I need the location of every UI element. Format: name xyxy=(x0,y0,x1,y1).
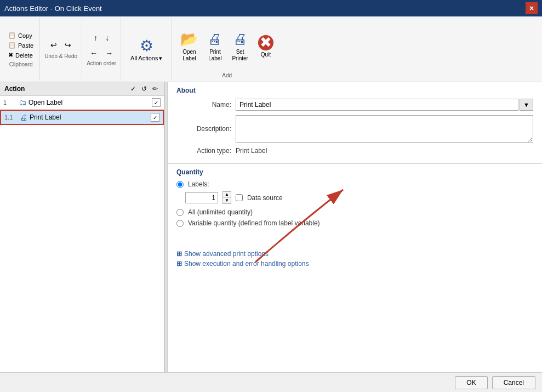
description-label: Description: xyxy=(176,125,231,133)
name-input[interactable] xyxy=(236,99,518,111)
action-header: Action ✓ ↺ ✏ xyxy=(0,82,164,96)
set-printer-icon: 🖨 xyxy=(233,31,247,48)
all-label: All xyxy=(130,55,137,61)
close-button[interactable]: × xyxy=(526,2,538,14)
open-label-list-icon: 🗂 xyxy=(19,98,26,107)
delete-label: Delete xyxy=(15,52,33,59)
plus-icon-advanced: ⊞ xyxy=(176,250,182,258)
redo-button[interactable]: ↪ xyxy=(62,39,74,51)
labels-radio[interactable] xyxy=(176,181,184,188)
action-name-open-label: Open Label xyxy=(28,99,150,106)
copy-button[interactable]: 📋 Copy xyxy=(5,31,36,40)
all-actions-section: ⚙ All Actions ▾ xyxy=(121,18,172,81)
name-browse-button[interactable]: ▼ xyxy=(520,99,533,111)
spin-up-button[interactable]: ▲ xyxy=(223,192,231,198)
description-row: Description: xyxy=(176,115,533,143)
print-label-checkbox[interactable]: ✓ xyxy=(151,113,159,122)
quantity-input[interactable] xyxy=(185,192,218,203)
all-actions-button[interactable]: ⚙ All Actions ▾ xyxy=(125,34,167,65)
variable-quantity-radio[interactable] xyxy=(176,220,184,227)
action-order-section: ↑ ↓ ← → Action order xyxy=(82,18,121,81)
left-panel: Action ✓ ↺ ✏ 1 🗂 Open Label ✓ 1.1 🖨 Prin… xyxy=(0,82,164,372)
quit-button[interactable]: ✖ Quit xyxy=(254,32,277,60)
data-source-label: Data source xyxy=(247,194,283,202)
cancel-button[interactable]: Cancel xyxy=(492,376,535,389)
add-section: 📂 OpenLabel 🖨 PrintLabel 🖨 SetPrinter ✖ … xyxy=(172,18,281,81)
right-panel: About Name: ▼ Description: Action type: … xyxy=(168,82,542,372)
open-label-button[interactable]: 📂 OpenLabel xyxy=(176,28,202,65)
title-bar-text: Actions Editor - On Click Event xyxy=(4,4,102,13)
advanced-section: ⊞ Show advanced print options ⊞ Show exe… xyxy=(168,246,542,274)
quit-icon: ✖ xyxy=(258,35,273,50)
plus-icon-execution: ⊞ xyxy=(176,260,182,268)
print-label-list-icon: 🖨 xyxy=(20,113,27,122)
about-section: About Name: ▼ Description: Action type: … xyxy=(168,82,542,164)
quantity-input-row: ▲ ▼ Data source xyxy=(185,191,533,204)
name-input-group: ▼ xyxy=(236,99,533,111)
action-type-row: Action type: Print Label xyxy=(176,147,533,155)
action-item-print-label[interactable]: 1.1 🖨 Print Label ✓ xyxy=(0,110,164,125)
show-execution-label: Show execution and error handling option… xyxy=(184,260,309,268)
action-item-open-label[interactable]: 1 🗂 Open Label ✓ xyxy=(0,96,164,110)
undo-redo-section: ↩ ↪ Undo & Redo xyxy=(40,18,82,81)
quantity-title: Quantity xyxy=(176,168,533,176)
reset-button[interactable]: ↺ xyxy=(140,84,149,93)
set-printer-button[interactable]: 🖨 SetPrinter xyxy=(228,28,252,65)
copy-icon: 📋 xyxy=(8,32,16,39)
action-name-print-label: Print Label xyxy=(30,113,149,121)
show-execution-link[interactable]: ⊞ Show execution and error handling opti… xyxy=(176,260,533,268)
quantity-section: Quantity Labels: ▲ ▼ Data source All (un… xyxy=(168,164,542,235)
about-title: About xyxy=(176,87,533,94)
print-label-icon: 🖨 xyxy=(208,31,222,48)
undo-redo-label: Undo & Redo xyxy=(44,53,77,59)
spin-down-button[interactable]: ▼ xyxy=(223,198,231,203)
ok-button[interactable]: OK xyxy=(455,376,487,389)
action-type-value: Print Label xyxy=(236,147,533,155)
delete-button[interactable]: ✖ Delete xyxy=(5,50,36,60)
name-row: Name: ▼ xyxy=(176,99,533,111)
set-printer-text: SetPrinter xyxy=(232,49,248,62)
open-label-text: OpenLabel xyxy=(182,49,196,62)
paste-button[interactable]: 📋 Paste xyxy=(5,41,36,50)
undo-button[interactable]: ↩ xyxy=(48,39,60,51)
labels-radio-label: Labels: xyxy=(188,180,209,188)
show-advanced-label: Show advanced print options xyxy=(184,250,269,258)
dropdown-icon: ▾ xyxy=(159,55,162,62)
add-label: Add xyxy=(222,72,232,78)
print-label-text: PrintLabel xyxy=(208,49,221,62)
all-actions-label: All Actions ▾ xyxy=(130,55,162,62)
add-buttons-row: 📂 OpenLabel 🖨 PrintLabel 🖨 SetPrinter ✖ … xyxy=(176,20,277,72)
bottom-bar: OK Cancel xyxy=(0,372,542,392)
all-unlimited-row: All (unlimited quantity) xyxy=(176,208,533,216)
variable-quantity-label: Variable quantity (defined from label va… xyxy=(188,219,320,227)
move-down-button[interactable]: ↓ xyxy=(102,32,112,44)
move-up-button[interactable]: ↑ xyxy=(91,32,100,44)
spin-buttons: ▲ ▼ xyxy=(222,191,231,204)
actions-sublabel: Actions xyxy=(138,55,158,61)
paste-icon: 📋 xyxy=(8,42,16,49)
move-right-button[interactable]: → xyxy=(102,47,116,59)
all-unlimited-label: All (unlimited quantity) xyxy=(188,208,253,216)
show-advanced-link[interactable]: ⊞ Show advanced print options xyxy=(176,250,533,258)
data-source-checkbox[interactable] xyxy=(236,194,243,201)
move-left-button[interactable]: ← xyxy=(87,47,100,59)
action-header-icons: ✓ ↺ ✏ xyxy=(129,84,159,93)
quit-text: Quit xyxy=(261,52,271,58)
all-unlimited-radio[interactable] xyxy=(176,209,184,216)
clipboard-label: Clipboard xyxy=(5,61,36,67)
labels-radio-row: Labels: xyxy=(176,180,533,188)
action-header-label: Action xyxy=(4,85,25,93)
action-type-label: Action type: xyxy=(176,147,231,155)
description-input[interactable] xyxy=(236,115,533,143)
print-label-button[interactable]: 🖨 PrintLabel xyxy=(204,28,226,65)
edit-button[interactable]: ✏ xyxy=(151,84,159,93)
action-num-1-1: 1.1 xyxy=(4,114,18,121)
open-label-icon: 📂 xyxy=(180,31,198,48)
clipboard-section: 📋 Copy 📋 Paste ✖ Delete Clipboard xyxy=(2,18,40,81)
name-label: Name: xyxy=(176,101,231,109)
all-actions-icon: ⚙ xyxy=(140,37,153,55)
copy-label: Copy xyxy=(18,32,32,39)
variable-quantity-row: Variable quantity (defined from label va… xyxy=(176,219,533,227)
open-label-checkbox[interactable]: ✓ xyxy=(152,98,161,107)
check-all-button[interactable]: ✓ xyxy=(129,84,138,93)
